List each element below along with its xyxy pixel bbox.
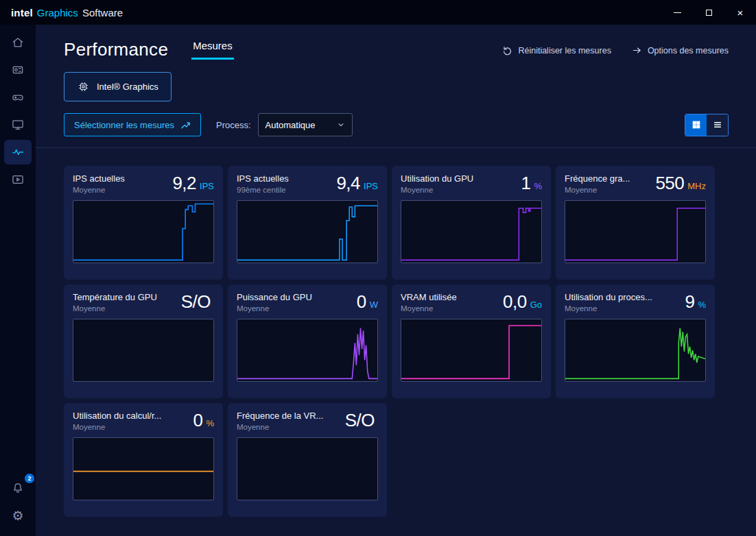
process-dropdown-value: Automatique	[265, 120, 316, 130]
process-label: Process:	[216, 120, 251, 130]
notifications-button[interactable]: 2	[4, 476, 32, 500]
metric-title: Fréquence de la VR...	[237, 411, 323, 421]
sidebar-item-display[interactable]	[4, 112, 32, 137]
metric-subtitle: Moyenne	[565, 186, 630, 194]
metric-chart	[401, 200, 542, 263]
minimize-button[interactable]	[661, 0, 693, 25]
sidebar-item-home[interactable]	[4, 30, 32, 55]
list-view-button[interactable]	[707, 114, 728, 136]
metric-card: Fréquence gra... Moyenne 550 MHz	[556, 166, 715, 280]
metric-subtitle: Moyenne	[565, 304, 652, 313]
maximize-button[interactable]	[693, 0, 724, 25]
metric-value: 550	[655, 174, 684, 192]
metric-value: 0,0	[503, 293, 527, 310]
metric-subtitle: Moyenne	[237, 423, 323, 431]
grid-view-icon	[692, 120, 701, 130]
notification-badge: 2	[25, 474, 34, 483]
metric-chart	[237, 437, 378, 500]
metric-chart	[73, 437, 214, 500]
main-content: Performance Mesures Réinitialiser les me…	[36, 25, 756, 536]
sidebar-item-performance[interactable]	[4, 140, 32, 165]
metric-value: S/O	[345, 411, 375, 429]
metric-chart	[565, 319, 706, 382]
arrow-right-icon	[632, 45, 642, 56]
metric-value: 9	[685, 293, 694, 310]
bell-icon	[11, 481, 25, 495]
metric-chart	[73, 200, 214, 263]
metric-chart	[401, 319, 542, 382]
settings-button[interactable]: ⚙	[4, 503, 32, 528]
metric-chart	[237, 200, 378, 263]
metric-subtitle: Moyenne	[73, 186, 125, 194]
metric-subtitle: Moyenne	[237, 304, 312, 313]
select-measures-label: Sélectionner les mesures	[74, 120, 174, 130]
measure-options-button[interactable]: Options des mesures	[632, 45, 729, 56]
metric-value: 0	[357, 293, 366, 310]
measures-toolbar: Sélectionner les mesures Process: Automa…	[36, 113, 756, 136]
metric-card: IPS actuelles 99ème centile 9,4 IPS	[228, 166, 387, 280]
metric-value: 1	[521, 174, 530, 192]
metric-card: Utilisation du GPU Moyenne 1 %	[392, 166, 551, 280]
metric-title: Utilisation du proces...	[565, 292, 652, 302]
tab-mesures[interactable]: Mesures	[191, 40, 234, 60]
minimize-icon	[674, 12, 681, 13]
drivers-icon	[11, 63, 25, 77]
metric-value: S/O	[181, 293, 211, 310]
app-brand: intel Graphics Software	[0, 7, 123, 19]
reset-icon	[502, 45, 512, 56]
page-title: Performance	[64, 40, 168, 60]
sidebar-item-media[interactable]	[4, 167, 32, 192]
sidebar-item-games[interactable]	[4, 85, 32, 110]
metric-title: Puissance du GPU	[237, 292, 312, 302]
metric-card: Température du GPU Moyenne S/O	[64, 284, 223, 398]
metric-title: Utilisation du calcul/r...	[73, 411, 161, 421]
metric-unit: W	[370, 300, 378, 310]
home-icon	[11, 36, 25, 49]
list-view-icon	[713, 120, 722, 130]
metric-title: VRAM utilisée	[401, 292, 457, 302]
page-header: Performance Mesures Réinitialiser les me…	[36, 40, 756, 60]
metric-unit: IPS	[200, 181, 214, 191]
metric-unit: %	[206, 418, 214, 428]
select-measures-button[interactable]: Sélectionner les mesures	[64, 113, 201, 136]
media-play-icon	[11, 173, 25, 186]
metric-value: 9,4	[336, 174, 360, 192]
gpu-selector-button[interactable]: Intel® Graphics	[64, 72, 172, 101]
metric-chart	[237, 319, 378, 382]
metric-chart	[565, 200, 706, 263]
metric-card: IPS actuelles Moyenne 9,2 IPS	[64, 166, 223, 280]
metric-subtitle: Moyenne	[401, 304, 457, 313]
reset-measures-button[interactable]: Réinitialiser les mesures	[502, 45, 611, 56]
brand-graphics: Graphics	[37, 7, 78, 19]
metric-card: Utilisation du calcul/r... Moyenne 0 %	[64, 403, 223, 517]
chip-icon	[77, 80, 90, 93]
metric-unit: %	[698, 300, 706, 310]
metric-title: IPS actuelles	[237, 173, 289, 184]
metric-cards-grid: IPS actuelles Moyenne 9,2 IPS IPS actuel…	[64, 166, 756, 517]
metric-card: Puissance du GPU Moyenne 0 W	[228, 284, 387, 398]
close-button[interactable]: ×	[724, 0, 756, 25]
trend-icon	[180, 120, 191, 130]
metric-unit: IPS	[364, 181, 378, 191]
gear-icon: ⚙	[12, 509, 23, 522]
display-icon	[11, 118, 25, 132]
metric-card: VRAM utilisée Moyenne 0,0 Go	[392, 284, 551, 398]
metric-card: Utilisation du proces... Moyenne 9 %	[556, 284, 715, 398]
metric-title: Température du GPU	[73, 292, 157, 302]
metric-unit: Go	[530, 300, 542, 310]
metric-title: Utilisation du GPU	[401, 173, 473, 184]
metric-value: 9,2	[172, 174, 196, 192]
maximize-icon	[706, 10, 712, 16]
metric-value: 0	[193, 411, 202, 429]
sidebar-item-drivers[interactable]	[4, 58, 32, 82]
metric-unit: %	[534, 181, 542, 191]
metric-unit: MHz	[687, 181, 706, 191]
grid-view-button[interactable]	[685, 114, 707, 136]
metric-chart	[73, 319, 214, 382]
measure-options-label: Options des mesures	[648, 46, 729, 56]
performance-pulse-icon	[11, 145, 25, 159]
gamepad-icon	[11, 90, 25, 104]
metric-subtitle: Moyenne	[401, 186, 473, 194]
process-dropdown[interactable]: Automatique	[258, 113, 353, 136]
view-toggle	[685, 114, 729, 136]
